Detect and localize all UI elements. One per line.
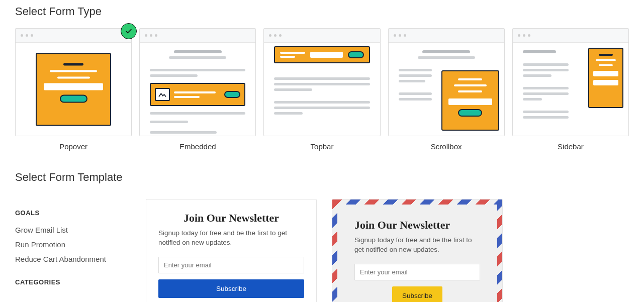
form-type-label: Embedded — [139, 142, 256, 151]
form-type-preview — [15, 28, 132, 136]
templates-grid: Join Our Newsletter Signup today for fre… — [146, 194, 629, 302]
form-type-topbar[interactable]: Topbar — [263, 28, 380, 151]
form-type-preview — [263, 28, 380, 136]
template-title: Join Our Newsletter — [158, 212, 304, 225]
section-heading-template: Select Form Template — [15, 171, 629, 184]
form-type-embedded[interactable]: Embedded — [139, 28, 256, 151]
form-type-label: Scrollbox — [388, 142, 505, 151]
template-card-plain[interactable]: Join Our Newsletter Signup today for fre… — [146, 199, 317, 302]
filter-goal-run-promotion[interactable]: Run Promotion — [15, 237, 131, 252]
checkmark-icon — [121, 23, 137, 39]
form-type-label: Topbar — [263, 142, 380, 151]
template-desc: Signup today for free and be the first t… — [354, 236, 480, 255]
form-type-label: Sidebar — [512, 142, 629, 151]
template-title: Join Our Newsletter — [354, 219, 480, 232]
template-email-input[interactable] — [354, 264, 480, 280]
template-subscribe-button[interactable]: Subscribe — [158, 279, 304, 298]
form-type-sidebar[interactable]: Sidebar — [512, 28, 629, 151]
template-card-airmail[interactable]: Join Our Newsletter Signup today for fre… — [332, 199, 503, 302]
form-type-preview — [512, 28, 629, 136]
form-type-label: Popover — [15, 142, 132, 151]
form-type-preview — [139, 28, 256, 136]
form-type-list: Popover — [15, 28, 629, 151]
image-icon — [155, 88, 170, 101]
template-filters: GOALS Grow Email List Run Promotion Redu… — [15, 194, 131, 302]
section-heading-form-type: Select Form Type — [15, 5, 629, 18]
form-type-scrollbox[interactable]: Scrollbox — [388, 28, 505, 151]
form-type-popover[interactable]: Popover — [15, 28, 132, 151]
template-email-input[interactable] — [158, 257, 304, 273]
filter-heading-goals: GOALS — [15, 209, 131, 217]
template-desc: Signup today for free and be the first t… — [158, 229, 304, 248]
template-subscribe-button[interactable]: Subscribe — [392, 286, 442, 302]
filter-heading-categories: CATEGORIES — [15, 278, 131, 286]
filter-goal-grow-email[interactable]: Grow Email List — [15, 223, 131, 237]
form-type-preview — [388, 28, 505, 136]
filter-goal-reduce-cart[interactable]: Reduce Cart Abandonment — [15, 252, 131, 266]
